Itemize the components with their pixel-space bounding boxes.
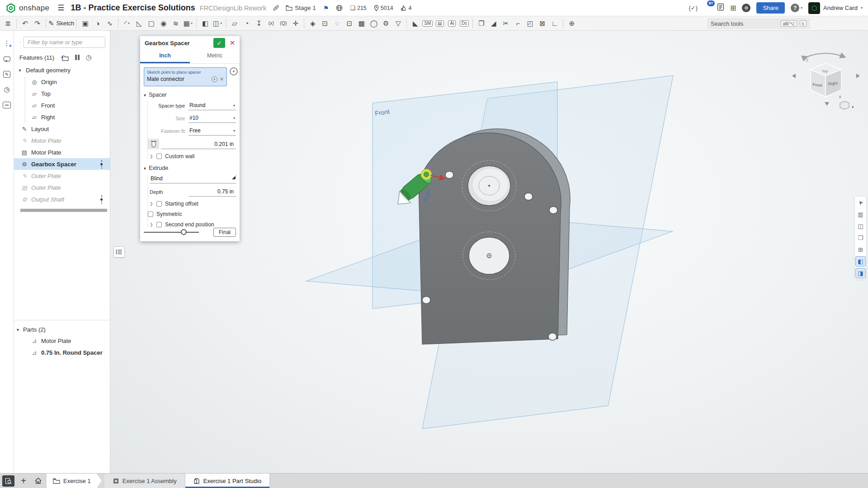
- tab-exercise-1[interactable]: Exercise 1: [47, 474, 102, 488]
- sketch-point-selection[interactable]: Sketch point to place spacer Mate connec…: [144, 67, 227, 86]
- spacer-section-header[interactable]: ▾ Spacer: [144, 92, 236, 98]
- part-round-spacer[interactable]: ⊿ 0.75 In. Round Spacer: [14, 347, 110, 358]
- feature-gearbox-spacer[interactable]: ⚙ Gearbox Spacer: [14, 158, 110, 170]
- section-view-tool[interactable]: ◫: [855, 221, 866, 231]
- bore-diameter-icon[interactable]: [148, 139, 159, 149]
- tab-metric[interactable]: Metric: [190, 50, 240, 63]
- cursor-tool[interactable]: ➤: [855, 197, 866, 208]
- starting-offset-row[interactable]: ❯ Starting offset: [150, 201, 236, 207]
- rotate-arrows[interactable]: [807, 53, 844, 57]
- feature-plane-top[interactable]: ▱ Top: [14, 88, 110, 99]
- parts-header[interactable]: ▾ Parts (2): [14, 324, 110, 335]
- followers-stat[interactable]: 5014: [374, 5, 393, 11]
- appearance-tool[interactable]: ⊞: [855, 244, 866, 255]
- main-menu-icon[interactable]: ☰: [57, 3, 64, 13]
- integrations-button[interactable]: ⚙: [742, 4, 750, 12]
- likes-stat[interactable]: 4: [401, 5, 412, 11]
- comments-icon[interactable]: [1, 53, 12, 64]
- revolve-icon[interactable]: ◑: [91, 18, 104, 29]
- tab-exercise-1-part-studio[interactable]: Exercise 1 Part Studio: [185, 474, 270, 488]
- split-pane-tool[interactable]: ◧: [855, 256, 866, 267]
- rollback-dots-indicator[interactable]: [100, 195, 103, 204]
- frame-icon[interactable]: ◰: [524, 18, 536, 29]
- classroom-stat[interactable]: ⚑: [323, 5, 329, 12]
- suspend-rollback-icon[interactable]: [75, 55, 80, 60]
- chamfer-icon[interactable]: ◺: [133, 18, 145, 29]
- plane-icon[interactable]: ▱: [228, 18, 241, 29]
- custom-wall-checkbox[interactable]: [156, 154, 162, 159]
- symmetric-row[interactable]: Symmetric: [148, 211, 236, 217]
- feature-layout[interactable]: ✎ Layout: [14, 123, 110, 135]
- tab-exercise-1-assembly[interactable]: Exercise 1 Assembly: [104, 474, 185, 488]
- primitive-box-icon[interactable]: ◈: [307, 18, 319, 29]
- feature-motor-plate-sketch[interactable]: ✎ Motor Plate: [14, 135, 110, 146]
- notifications-button[interactable]: 9+: [703, 3, 711, 13]
- toolbar-divider[interactable]: [196, 19, 197, 28]
- user-menu[interactable]: ⬡ Andrew Card ▾: [808, 2, 863, 14]
- ring-icon[interactable]: ◯: [368, 18, 380, 29]
- apps-button[interactable]: ⊞: [730, 4, 736, 12]
- sketch-tool[interactable]: ✎Sketch: [48, 18, 74, 29]
- feature-plane-right[interactable]: ▱ Right: [14, 111, 110, 123]
- extrude-section-header[interactable]: ▾ Extrude: [144, 165, 236, 171]
- fastener-fit-select[interactable]: Free ▾: [189, 126, 236, 136]
- share-button[interactable]: Share: [756, 2, 785, 14]
- keyboard-icon[interactable]: ▤: [434, 18, 446, 29]
- corner-icon[interactable]: ⌐: [512, 18, 524, 29]
- toolbar-divider[interactable]: [406, 19, 407, 28]
- rotate-right-arrow[interactable]: [856, 74, 860, 78]
- boolean-icon[interactable]: ◧: [199, 18, 211, 29]
- part-motor-plate[interactable]: ⊿ Motor Plate: [14, 335, 110, 347]
- history-icon[interactable]: ◷: [1, 84, 12, 95]
- draft-icon[interactable]: ◢: [487, 18, 500, 29]
- onshape-logo[interactable]: onshape: [5, 3, 49, 14]
- pattern-icon[interactable]: ▦: [182, 18, 194, 29]
- end-type-select[interactable]: Blind ▾: [150, 174, 236, 183]
- rotate-left-arrow[interactable]: [792, 74, 796, 78]
- new-folder-icon[interactable]: [61, 54, 69, 61]
- named-views-tool[interactable]: ❒: [855, 233, 866, 243]
- properties-icon[interactable]: ✎: [1, 69, 12, 80]
- ds-icon[interactable]: Ds: [458, 18, 470, 29]
- flip-direction-button[interactable]: [229, 173, 239, 183]
- feature-outer-plate[interactable]: ▤ Outer Plate: [14, 182, 110, 193]
- custom-feature-b-icon[interactable]: ⊡: [343, 18, 355, 29]
- second-end-row[interactable]: ❯ Second end position: [150, 221, 236, 228]
- tasks-button[interactable]: [717, 3, 724, 13]
- size-select[interactable]: #10 ▾: [189, 113, 236, 123]
- tab-inch[interactable]: Inch: [140, 50, 190, 63]
- thread-icon[interactable]: ≋: [170, 18, 182, 29]
- rollback-bar[interactable]: [20, 209, 107, 212]
- bore-diameter-field[interactable]: 0.201 in: [161, 140, 236, 149]
- feature-origin[interactable]: ◎ Origin: [14, 76, 110, 88]
- home-tab-button[interactable]: [30, 474, 46, 488]
- final-button[interactable]: Final: [213, 228, 236, 237]
- toolbar-divider[interactable]: [46, 19, 46, 28]
- view-cube[interactable]: Top Front Right Z x ▾: [792, 53, 860, 109]
- toolbar-divider[interactable]: [304, 19, 304, 28]
- confirm-button[interactable]: ✓: [213, 38, 225, 48]
- filter-input[interactable]: [24, 37, 105, 48]
- slider-knob[interactable]: [181, 229, 187, 235]
- preview-slider[interactable]: [144, 229, 199, 235]
- mirror-icon[interactable]: ◫: [211, 18, 223, 29]
- sheet-metal-icon[interactable]: SM: [421, 18, 434, 29]
- cutlist-icon[interactable]: ≔: [1, 99, 12, 110]
- cancel-button[interactable]: ✕: [228, 38, 237, 48]
- feature-list-toggle-icon[interactable]: ≣: [2, 18, 14, 29]
- toolbar-divider[interactable]: [472, 19, 473, 28]
- second-end-checkbox[interactable]: [156, 222, 162, 227]
- feature-output-shaft[interactable]: ⚙ Output Shaft: [14, 193, 110, 205]
- help-menu[interactable]: ? ▾: [791, 4, 802, 12]
- insert-item-icon[interactable]: ⋮: [1, 38, 12, 49]
- toolbar-divider[interactable]: [226, 19, 226, 28]
- texture-icon[interactable]: ▩: [355, 18, 368, 29]
- custom-feature-a-icon[interactable]: ⊡: [319, 18, 331, 29]
- redo-icon[interactable]: ↷: [31, 18, 43, 29]
- motor-plate-part[interactable]: [419, 129, 570, 344]
- mate-connector-icon[interactable]: ✛: [289, 18, 302, 29]
- hole-icon[interactable]: ◉: [157, 18, 170, 29]
- toolbar-divider[interactable]: [16, 19, 17, 28]
- measure-icon[interactable]: (Q): [277, 18, 289, 29]
- toolbar-divider[interactable]: [118, 19, 118, 28]
